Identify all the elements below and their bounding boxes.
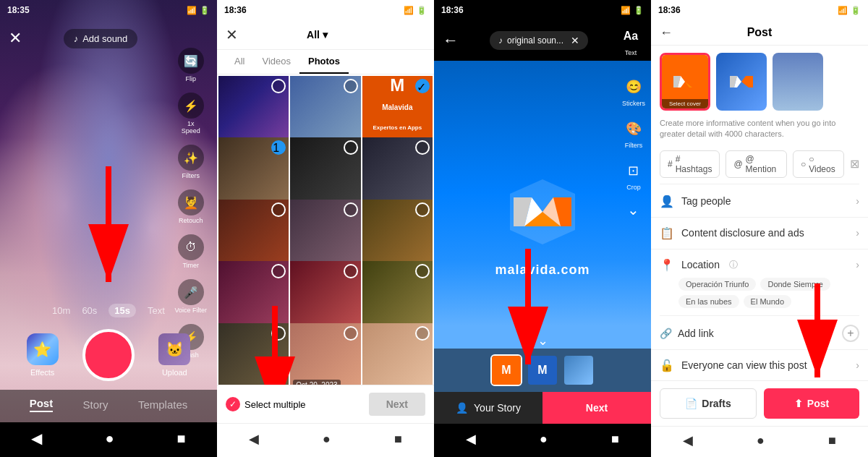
add-link-row[interactable]: 🔗 Add link +	[651, 317, 868, 350]
mention-tag[interactable]: @ @ Mention	[726, 150, 787, 178]
thumb-checkbox-14[interactable]	[344, 326, 358, 341]
strip-thumb-3[interactable]	[563, 354, 595, 386]
home-nav-4[interactable]: ●	[757, 433, 765, 448]
tab-story[interactable]: Story	[83, 398, 109, 411]
photo-thumb-12[interactable]	[362, 261, 433, 331]
thumb-checkbox-6[interactable]	[415, 140, 430, 155]
thumb-checkbox-12[interactable]	[415, 264, 430, 278]
recents-nav-3[interactable]: ■	[611, 432, 619, 447]
photo-thumb-3[interactable]: MMalavidaExpertos en Apps ✓	[362, 76, 433, 146]
photo-thumb-14[interactable]: Oct 20, 2023	[290, 323, 360, 385]
add-sound-button[interactable]: ♪ Add sound	[64, 29, 138, 48]
tab-post[interactable]: Post	[30, 397, 54, 412]
photo-thumb-10[interactable]	[218, 261, 289, 331]
strip-thumb-2[interactable]: M	[527, 354, 558, 386]
photo-thumb-6[interactable]	[362, 137, 433, 208]
preview-next-button[interactable]: Next	[542, 392, 651, 424]
thumb-checkbox-13[interactable]	[271, 326, 286, 341]
speed-button[interactable]: ⚡ 1x Speed	[171, 88, 210, 139]
flip-button[interactable]: 🔄 Flip	[171, 43, 210, 87]
photo-thumb-15[interactable]	[362, 323, 433, 385]
select-multiple-button[interactable]: ✓ Select multiple	[226, 397, 306, 411]
thumb-checkbox-8[interactable]	[344, 202, 358, 217]
duration-text[interactable]: Text	[148, 305, 165, 316]
back-nav-3[interactable]: ◀	[466, 431, 476, 447]
thumb-checkbox-7[interactable]	[271, 202, 286, 217]
filters-button[interactable]: ✨ Filters	[171, 140, 210, 184]
duration-10m[interactable]: 10m	[52, 305, 70, 316]
hashtags-tag[interactable]: # # Hashtags	[660, 150, 720, 178]
crop-tool-button[interactable]: ⊡ Crop	[622, 159, 645, 191]
thumb-checkbox-11[interactable]	[344, 264, 358, 278]
preview-back-button[interactable]: ←	[443, 31, 459, 50]
photo-thumb-13[interactable]	[218, 323, 289, 385]
duration-60s[interactable]: 60s	[82, 305, 97, 316]
add-link-plus-button[interactable]: +	[842, 325, 859, 342]
thumb-checkbox-5[interactable]	[344, 140, 358, 155]
cover-item-1[interactable]: Select cover	[660, 53, 710, 111]
recents-nav-1[interactable]: ■	[176, 430, 185, 447]
strip-thumb-1[interactable]: M	[490, 354, 522, 386]
location-row[interactable]: 📍 Location ⓘ ›	[651, 249, 868, 275]
photo-thumb-5[interactable]	[290, 137, 360, 208]
your-story-button[interactable]: 👤 Your Story	[434, 392, 542, 424]
expand-button[interactable]: ⌄	[537, 333, 548, 349]
gallery-filter-button[interactable]: All ▾	[307, 29, 328, 40]
tab-all[interactable]: All	[226, 50, 253, 74]
location-pill-4[interactable]: El Mundo	[744, 295, 791, 308]
thumb-checkbox-9[interactable]	[415, 202, 430, 217]
gallery-next-button[interactable]: Next	[369, 393, 425, 416]
drafts-button[interactable]: 📄 Drafts	[660, 388, 757, 419]
post-submit-button[interactable]: ⬆ Post	[764, 388, 859, 419]
thumb-checkbox-1[interactable]	[271, 79, 286, 93]
thumb-checkbox-15[interactable]	[415, 326, 430, 341]
photo-thumb-11[interactable]	[290, 261, 360, 331]
more-tools-icon[interactable]: ⌄	[622, 201, 645, 218]
everyone-view-row[interactable]: 🔓 Everyone can view this post ›	[651, 350, 868, 380]
thumb-checkbox-4[interactable]: 1	[271, 140, 286, 155]
tag-people-row[interactable]: 👤 Tag people ›	[651, 186, 868, 218]
photo-thumb-4[interactable]: 1	[218, 137, 289, 208]
back-nav-1[interactable]: ◀	[31, 430, 42, 447]
timer-button[interactable]: ⏱ Timer	[171, 230, 210, 273]
recents-nav-2[interactable]: ■	[394, 432, 402, 447]
back-nav-4[interactable]: ◀	[683, 432, 693, 448]
back-nav-2[interactable]: ◀	[249, 431, 259, 447]
thumb-checkbox-10[interactable]	[271, 264, 286, 278]
sound-pill[interactable]: ♪ original soun... ✕	[490, 31, 588, 50]
sound-close-button[interactable]: ✕	[571, 35, 579, 46]
tab-videos[interactable]: Videos	[253, 50, 299, 74]
location-pill-1[interactable]: Operación Triunfo	[678, 278, 756, 291]
photo-thumb-8[interactable]	[290, 200, 360, 270]
upload-button[interactable]: 🐱 Upload	[158, 333, 190, 377]
home-nav-2[interactable]: ●	[323, 432, 331, 447]
close-button[interactable]: ✕	[9, 29, 22, 48]
recents-nav-4[interactable]: ■	[828, 433, 836, 448]
thumb-checkbox-2[interactable]	[344, 79, 358, 93]
thumb-checkbox-3[interactable]: ✓	[415, 79, 430, 93]
location-pill-3[interactable]: En las nubes	[678, 295, 739, 308]
photo-thumb-1[interactable]	[218, 76, 289, 146]
home-nav-1[interactable]: ●	[105, 430, 114, 447]
cover-item-3[interactable]	[773, 53, 823, 111]
effects-button[interactable]: ⭐ Effects	[27, 333, 59, 377]
tab-templates[interactable]: Templates	[138, 398, 187, 411]
tab-photos[interactable]: Photos	[299, 50, 349, 74]
capture-button[interactable]	[82, 329, 135, 381]
photo-thumb-2[interactable]	[290, 76, 360, 146]
expand-tags-icon[interactable]: ⊠	[850, 157, 859, 171]
videos-tag[interactable]: ○ ○ Videos	[793, 150, 844, 178]
home-nav-3[interactable]: ●	[540, 432, 548, 447]
text-tool-button[interactable]: Aa Text	[619, 25, 642, 56]
duration-15s[interactable]: 15s	[109, 304, 136, 317]
filters-tool-button[interactable]: 🎨 Filters	[622, 117, 645, 149]
photo-thumb-7[interactable]	[218, 200, 289, 270]
settings-back-button[interactable]: ←	[660, 25, 673, 40]
photo-thumb-9[interactable]	[362, 200, 433, 270]
gallery-close-button[interactable]: ✕	[226, 26, 238, 43]
content-disclosure-row[interactable]: 📋 Content disclosure and ads ›	[651, 218, 868, 249]
retouch-button[interactable]: 💆 Retouch	[171, 185, 210, 228]
stickers-tool-button[interactable]: 😊 Stickers	[622, 75, 645, 107]
location-pill-2[interactable]: Donde Siempre	[760, 278, 830, 291]
cover-item-2[interactable]	[716, 53, 767, 111]
